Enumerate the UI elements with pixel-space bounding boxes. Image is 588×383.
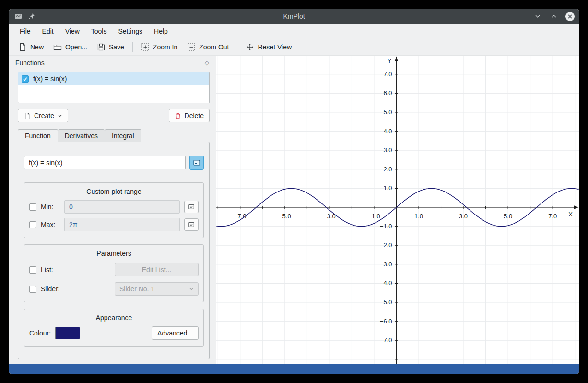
function-list[interactable]: f(x) = sin(x) [18, 72, 210, 103]
zoom-out-label: Zoom Out [199, 43, 229, 51]
create-label: Create [34, 112, 54, 120]
tab-derivatives[interactable]: Derivatives [58, 129, 105, 142]
custom-plot-range-group: Custom plot range Min: Max: [24, 182, 204, 238]
svg-text:−1.0: −1.0 [368, 213, 380, 220]
slider-checkbox[interactable] [29, 286, 36, 293]
svg-text:−5.0: −5.0 [279, 213, 291, 220]
grid [216, 56, 579, 364]
min-editor-button[interactable] [184, 201, 199, 213]
tab-function[interactable]: Function [18, 129, 58, 142]
close-button[interactable] [565, 12, 575, 21]
appearance-title: Appearance [29, 314, 199, 322]
delete-button[interactable]: Delete [169, 109, 210, 122]
list-checkbox[interactable] [29, 266, 36, 274]
max-checkbox[interactable] [29, 221, 36, 228]
svg-text:Y: Y [388, 57, 392, 64]
max-editor-button[interactable] [184, 218, 199, 231]
chevron-down-icon [58, 113, 62, 118]
create-button[interactable]: Create [18, 109, 68, 122]
list-label: List: [41, 266, 53, 274]
maximize-button[interactable] [549, 12, 559, 21]
edit-list-button[interactable]: Edit List... [115, 263, 199, 276]
main-content: Functions ◇ f(x) = sin(x) Create [9, 56, 579, 364]
reset-view-label: Reset View [258, 43, 292, 51]
svg-text:−4.0: −4.0 [380, 279, 392, 287]
menu-edit[interactable]: Edit [37, 25, 59, 37]
max-input[interactable] [64, 218, 180, 231]
menu-help[interactable]: Help [149, 25, 173, 37]
equation-input[interactable] [24, 156, 186, 169]
svg-text:7.0: 7.0 [548, 213, 557, 220]
save-icon [97, 43, 106, 51]
colour-label: Colour: [29, 329, 51, 337]
zoom-in-label: Zoom In [153, 43, 177, 51]
menu-settings[interactable]: Settings [113, 25, 148, 37]
tab-bar: Function Derivatives Integral [18, 129, 216, 142]
svg-text:5.0: 5.0 [504, 213, 512, 220]
svg-text:−7.0: −7.0 [380, 336, 392, 344]
svg-text:−6.0: −6.0 [380, 318, 392, 325]
menu-file[interactable]: File [14, 25, 36, 37]
min-checkbox[interactable] [29, 203, 36, 211]
zoom-out-button[interactable]: Zoom Out [182, 40, 234, 54]
menubar: File Edit View Tools Settings Help [9, 24, 579, 38]
slider-select-value: Slider No. 1 [119, 285, 154, 293]
axes [216, 57, 578, 364]
dock-title: Functions [15, 59, 45, 67]
parameters-group: Parameters List: Edit List... Slider: Sl… [24, 244, 204, 302]
open-label: Open... [65, 43, 87, 51]
check-icon [23, 76, 28, 82]
slider-select[interactable]: Slider No. 1 [115, 282, 199, 296]
equation-editor-icon [193, 159, 200, 167]
svg-text:−7.0: −7.0 [234, 213, 247, 220]
zoom-in-icon [141, 43, 150, 51]
zoom-in-button[interactable]: Zoom In [136, 40, 182, 54]
plot-area[interactable]: −7.0−5.0−3.0−1.01.03.05.07.0−7.0−6.0−5.0… [216, 56, 579, 364]
create-function-icon [24, 112, 31, 120]
bottom-panel [9, 364, 579, 374]
app-icon [13, 12, 23, 21]
equation-editor-icon [188, 203, 195, 210]
toolbar: New Open... Save Zoom In Zoom Out [9, 38, 579, 56]
shade-button[interactable] [533, 12, 542, 21]
functions-dock: Functions ◇ f(x) = sin(x) Create [9, 56, 216, 364]
toolbar-separator [132, 42, 133, 52]
equation-editor-button[interactable] [189, 156, 204, 170]
colour-swatch[interactable] [55, 327, 80, 339]
svg-text:X: X [568, 211, 573, 218]
menu-tools[interactable]: Tools [86, 25, 112, 37]
function-list-label: f(x) = sin(x) [33, 75, 67, 83]
advanced-button[interactable]: Advanced... [152, 326, 199, 340]
svg-text:−1.0: −1.0 [380, 223, 392, 230]
delete-trash-icon [175, 112, 181, 120]
screen: KmPlot File Edit View Tools Settings Hel… [0, 0, 588, 383]
min-input[interactable] [64, 200, 180, 214]
float-diamond-icon[interactable]: ◇ [205, 60, 209, 66]
titlebar[interactable]: KmPlot [9, 9, 579, 24]
open-button[interactable]: Open... [48, 40, 92, 54]
svg-text:2.0: 2.0 [383, 166, 392, 173]
appearance-group: Appearance Colour: Advanced... [24, 309, 204, 347]
new-document-icon [18, 43, 27, 51]
min-label: Min: [41, 203, 60, 211]
svg-text:−2.0: −2.0 [380, 241, 392, 249]
svg-text:7.0: 7.0 [383, 71, 392, 78]
svg-text:3.0: 3.0 [459, 213, 468, 220]
open-folder-icon [53, 43, 62, 51]
function-list-item[interactable]: f(x) = sin(x) [18, 72, 209, 85]
menu-view[interactable]: View [60, 25, 85, 37]
toolbar-separator [237, 42, 237, 52]
plot-canvas[interactable]: −7.0−5.0−3.0−1.01.03.05.07.0−7.0−6.0−5.0… [216, 56, 579, 364]
function-tab-panel: Custom plot range Min: Max: [18, 142, 210, 359]
reset-view-button[interactable]: Reset View [241, 40, 296, 54]
svg-text:5.0: 5.0 [383, 108, 392, 116]
save-button[interactable]: Save [92, 40, 129, 54]
tab-integral[interactable]: Integral [105, 129, 141, 142]
chevron-down-icon [189, 285, 194, 293]
svg-text:6.0: 6.0 [383, 89, 392, 96]
axis-titles: XY [388, 57, 573, 218]
close-icon [567, 14, 573, 19]
new-button[interactable]: New [13, 40, 48, 54]
function-visible-checkbox[interactable] [22, 75, 29, 83]
pin-icon[interactable] [27, 12, 36, 21]
